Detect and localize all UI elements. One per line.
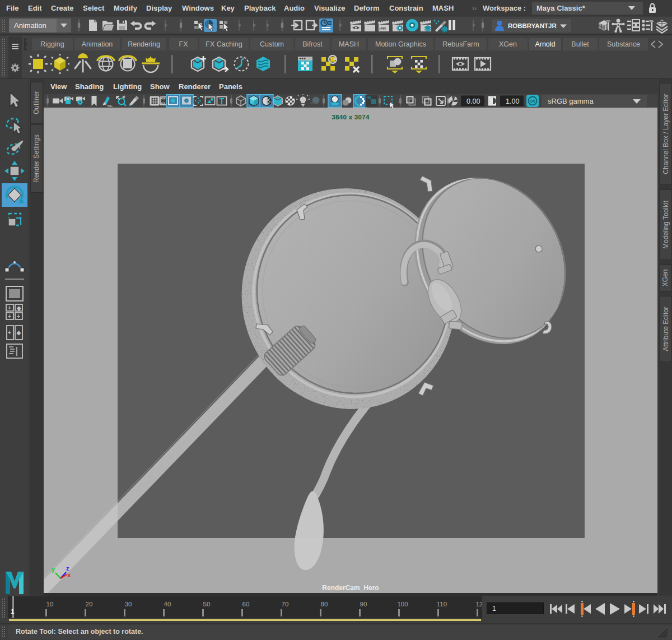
svg-text:z: z [66,565,69,572]
svg-text:+: + [8,305,11,311]
svg-text:+: + [8,330,11,336]
svg-text:1.00: 1.00 [506,98,519,105]
svg-text:x: x [67,572,71,578]
svg-text:ROBBRYANTJR: ROBBRYANTJR [508,22,557,29]
svg-text:+: + [8,313,11,319]
svg-text:◆: ◆ [16,305,21,311]
svg-text:+: + [17,313,20,319]
svg-text:◆: ◆ [16,330,21,336]
svg-text:y: y [52,566,55,573]
svg-text:ON: ON [530,99,536,103]
svg-text:0.00: 0.00 [466,98,480,105]
svg-text:IPR: IPR [380,27,386,31]
svg-text:sRGB gamma: sRGB gamma [548,97,594,105]
